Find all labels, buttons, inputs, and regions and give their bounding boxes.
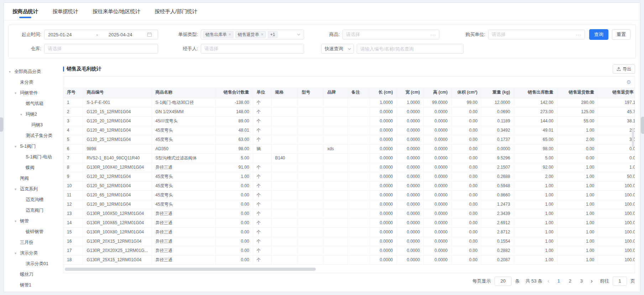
quick-query-dropdown[interactable]: 快速查询	[321, 44, 354, 54]
product-select[interactable]: 请选择 ···	[342, 30, 439, 39]
export-button[interactable]: 导出	[613, 64, 635, 74]
column-header[interactable]: 重量 (kg)	[481, 87, 514, 98]
remove-tag-icon[interactable]: ×	[229, 32, 231, 37]
tree-item[interactable]: 镀锌钢管	[6, 226, 58, 237]
tab-3[interactable]: 按往来单位/地区统计	[93, 3, 141, 20]
table-row[interactable]: 10G120_50_12RM01G0445度弯头0.00个0.00000.000…	[63, 181, 635, 190]
vertical-scrollbar-thumb[interactable]	[632, 128, 634, 147]
tree-item[interactable]: 迈克阀门	[6, 205, 58, 216]
warehouse-select[interactable]: 请选择	[44, 44, 158, 54]
doc-type-multiselect[interactable]: 销售出库单×销售退货单× +1	[201, 30, 304, 39]
ellipsis-icon[interactable]: ···	[430, 32, 436, 37]
table-row[interactable]: 1S-1-F-E-001S-1阀门-电动30口径-138.00个1.00001.…	[63, 98, 635, 107]
keyword-search-input[interactable]	[357, 44, 463, 53]
left-collapse-handle[interactable]	[0, 117, 3, 132]
column-header[interactable]: 单位	[253, 87, 271, 98]
column-header[interactable]: 体积 (cm³)	[451, 87, 481, 98]
table-row[interactable]: 14G130R_100X65_12RM01G04异径三通0.00个0.00000…	[63, 218, 635, 227]
tree-item[interactable]: 测试子集分类	[6, 130, 58, 141]
table-scroll-area[interactable]: 序号商品编号商品名称销售合计数量单位规格型号品牌备注长 (cm)宽 (cm)高 …	[63, 87, 635, 265]
table-cell: 0.00	[451, 255, 481, 264]
tab-4[interactable]: 按经手人/部门统计	[155, 3, 198, 20]
table-row[interactable]: 12G120_80_12RM01G0445度弯头0.00个0.00000.000…	[63, 200, 635, 209]
column-header[interactable]: 规格	[271, 87, 298, 98]
table-row[interactable]: 9G120_32_12RM01G0445度弯头1.00个0.00000.0000…	[63, 172, 635, 181]
table-row[interactable]: 11G120_65_12RM01G0445度弯头0.00个0.00000.000…	[63, 190, 635, 200]
table-row[interactable]: 8G130R_100X40_12RM01G04异径三通91.00个0.00000…	[63, 163, 635, 172]
tree-item[interactable]: 钢管1	[6, 280, 58, 290]
column-header[interactable]: 品牌	[324, 87, 348, 98]
gear-icon[interactable]: ⚙	[627, 79, 631, 85]
table-cell	[347, 126, 370, 135]
column-header[interactable]: 宽 (cm)	[397, 87, 424, 98]
tree-item[interactable]: 燃气纸箱	[6, 98, 58, 109]
column-header[interactable]: 商品名称	[152, 87, 216, 98]
column-header[interactable]: 销售退货数量	[557, 87, 598, 98]
column-header[interactable]: 长 (cm)	[370, 87, 397, 98]
goto-page-input[interactable]	[613, 278, 627, 284]
tree-item[interactable]: ▾迈克系列	[6, 184, 58, 194]
remove-tag-icon[interactable]: ×	[261, 32, 263, 37]
tree-item[interactable]: 三月份	[6, 237, 58, 248]
table-row[interactable]: 13G130R_100X50_12RM01G04异径三通0.00个0.00000…	[63, 209, 635, 218]
table-row[interactable]: 4G120_40_12RM01G0445度弯头48.01个0.00000.000…	[63, 126, 635, 135]
tree-item[interactable]: ▾玛钢2	[6, 109, 58, 120]
tree-item[interactable]: 未分类	[6, 77, 58, 88]
table-cell: 0.00	[216, 246, 253, 255]
table-row[interactable]: 3G120_20_12RM01G0445////度弯头89.00个0.00000…	[63, 116, 635, 126]
next-page-icon[interactable]: ›	[589, 278, 594, 284]
search-button[interactable]: 查询	[589, 29, 608, 40]
table-cell: B140	[271, 153, 298, 163]
table-row[interactable]: 15G130R_100X80_12RM01G04异径三通0.00个0.00000…	[63, 227, 635, 237]
column-header[interactable]: 销售出库数量	[514, 87, 557, 98]
column-header[interactable]: 高 (cm)	[424, 87, 451, 98]
date-separator: -	[87, 32, 108, 37]
tree-item[interactable]: 闸阀	[6, 173, 58, 184]
tab-1[interactable]: 按商品统计	[12, 3, 38, 20]
per-page-input[interactable]	[495, 278, 511, 284]
tree-item[interactable]: ▾钢管	[6, 216, 58, 226]
table-row[interactable]: 5G120_25_12RM01G0445度弯头63.00个0.00000.000…	[63, 135, 635, 144]
tab-2[interactable]: 按单据统计	[53, 3, 79, 20]
tree-item[interactable]: 玛钢3	[6, 120, 58, 130]
table-row[interactable]: 7RVS2-1_B140_98CQ11R40S型沟槽式过滤器阀体5.00B140…	[63, 153, 635, 163]
page-number-3[interactable]: 3	[577, 278, 586, 284]
keyword-search-box[interactable]	[357, 44, 464, 54]
table-row[interactable]: 2G120_15_12RM01G04GN 1/2X45MM148.00个0.00…	[63, 107, 635, 116]
column-header[interactable]: 序号	[63, 87, 83, 98]
right-collapse-handle[interactable]	[641, 117, 644, 134]
tree-item[interactable]: 迈克沟槽	[6, 194, 58, 205]
table-cell: 0.0000	[370, 135, 397, 144]
page-number-2[interactable]: 2	[566, 278, 574, 284]
column-header[interactable]: 销售合计数量	[216, 87, 253, 98]
handler-select[interactable]: 请选择	[201, 44, 304, 54]
reset-button[interactable]: 重置	[612, 29, 630, 40]
date-end-input[interactable]	[108, 30, 143, 39]
column-header[interactable]: 备注	[347, 87, 370, 98]
tree-item[interactable]: ▾玛钢管件	[6, 88, 58, 98]
column-header[interactable]: 商品编号	[83, 87, 152, 98]
table-row[interactable]: 69898AD35098.00辆xds0.00000.00000.00000.0…	[63, 144, 635, 153]
date-range-picker[interactable]: -	[44, 30, 158, 39]
tree-item[interactable]: 蝶阀	[6, 162, 58, 173]
horizontal-scrollbar-thumb[interactable]	[65, 268, 316, 271]
table-row[interactable]: 17G130R_20X20X25_12RM01G...异径三通0.00个0.00…	[63, 246, 635, 255]
tree-item[interactable]: ▾S-1阀门	[6, 141, 58, 152]
column-header[interactable]: 型号	[298, 87, 324, 98]
tree-item[interactable]: 演示分类01	[6, 258, 58, 269]
buyer-select[interactable]: 请选择 ···	[488, 30, 585, 39]
table-cell: 1.00	[557, 218, 598, 227]
table-row[interactable]: 16G130R_20X15_12RM01G04异径三通0.00个0.00000.…	[63, 237, 635, 246]
tree-item[interactable]: S-1阀门-电动	[6, 152, 58, 162]
column-header[interactable]: 销售退货率 (%)	[598, 87, 635, 98]
table-cell: -138.00	[216, 98, 253, 107]
tree-item[interactable]: ▾演示分类	[6, 248, 58, 258]
prev-page-icon[interactable]: ‹	[546, 278, 551, 284]
tree-item[interactable]: 螺丝刀	[6, 269, 58, 280]
chevron-down-icon[interactable]	[297, 32, 301, 37]
tree-item[interactable]: ▾全部商品分类	[6, 66, 58, 77]
table-row[interactable]: 18G130R_25X15_12RM01G04异径三通0.00个0.00000.…	[63, 255, 635, 264]
ellipsis-icon[interactable]: ···	[576, 32, 582, 37]
date-start-input[interactable]	[47, 30, 87, 39]
page-number-1[interactable]: 1	[554, 278, 563, 284]
